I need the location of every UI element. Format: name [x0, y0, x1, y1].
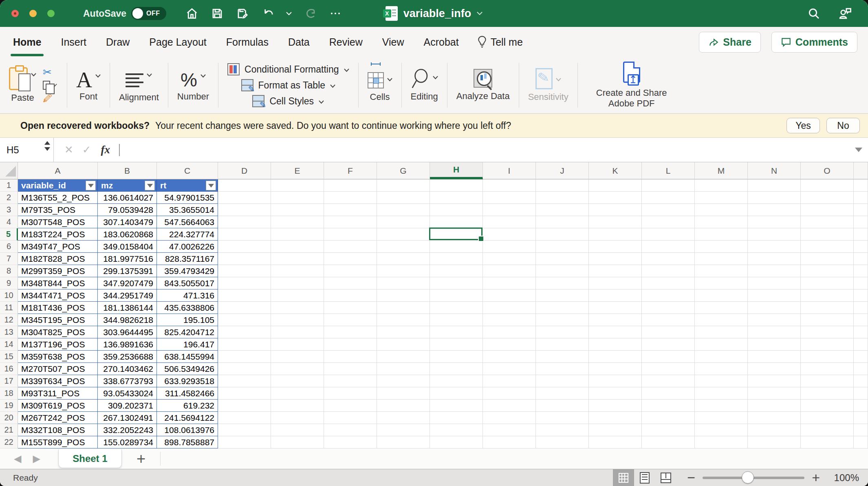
empty-cell[interactable]: [271, 412, 324, 424]
empty-cell[interactable]: [801, 216, 854, 228]
empty-cell[interactable]: [854, 424, 868, 436]
empty-cell[interactable]: [536, 400, 589, 412]
autosave-toggle[interactable]: OFF: [131, 7, 166, 20]
empty-cell[interactable]: [377, 436, 430, 448]
empty-cell[interactable]: [377, 351, 430, 363]
cell-A19[interactable]: M309T619_POS: [18, 400, 98, 412]
tab-review[interactable]: Review: [328, 33, 364, 51]
empty-cell[interactable]: [589, 436, 642, 448]
empty-cell[interactable]: [589, 277, 642, 289]
empty-cell[interactable]: [218, 241, 271, 253]
empty-cell[interactable]: [748, 228, 801, 241]
empty-cell[interactable]: [695, 314, 748, 326]
empty-cell[interactable]: [536, 241, 589, 253]
format-painter-button[interactable]: 🖉: [43, 93, 53, 103]
empty-cell[interactable]: [642, 338, 695, 351]
cell-A13[interactable]: M304T825_POS: [18, 326, 98, 338]
empty-cell[interactable]: [748, 351, 801, 363]
formula-bar-expand-icon[interactable]: [855, 148, 862, 152]
empty-cell[interactable]: [483, 400, 536, 412]
column-header-A[interactable]: A: [18, 162, 98, 179]
empty-cell[interactable]: [748, 289, 801, 302]
empty-cell[interactable]: [695, 375, 748, 387]
empty-cell[interactable]: [324, 436, 377, 448]
empty-cell[interactable]: [695, 289, 748, 302]
empty-cell[interactable]: [748, 338, 801, 351]
empty-cell[interactable]: [271, 351, 324, 363]
empty-cell[interactable]: [430, 387, 483, 400]
empty-cell[interactable]: [854, 192, 868, 204]
tab-data[interactable]: Data: [287, 33, 311, 51]
empty-cell[interactable]: [748, 179, 801, 192]
row-header-21[interactable]: 21: [0, 424, 18, 436]
empty-cell[interactable]: [748, 375, 801, 387]
cell-C4[interactable]: 547.5664063: [157, 216, 218, 228]
empty-cell[interactable]: [324, 253, 377, 265]
empty-cell[interactable]: [377, 253, 430, 265]
zoom-out-button[interactable]: −: [687, 470, 695, 486]
page-layout-view-button[interactable]: [634, 469, 655, 486]
empty-cell[interactable]: [483, 265, 536, 277]
empty-cell[interactable]: [695, 277, 748, 289]
empty-cell[interactable]: [854, 338, 868, 351]
empty-cell[interactable]: [218, 204, 271, 216]
insert-function-icon[interactable]: fx: [101, 144, 110, 156]
empty-cell[interactable]: [271, 436, 324, 448]
empty-cell[interactable]: [377, 192, 430, 204]
empty-cell[interactable]: [430, 179, 483, 192]
empty-cell[interactable]: [271, 375, 324, 387]
empty-cell[interactable]: [589, 228, 642, 241]
empty-cell[interactable]: [695, 179, 748, 192]
empty-cell[interactable]: [483, 204, 536, 216]
empty-cell[interactable]: [801, 412, 854, 424]
empty-cell[interactable]: [748, 314, 801, 326]
empty-cell[interactable]: [483, 302, 536, 314]
title-dropdown-chevron-icon[interactable]: [477, 11, 482, 15]
column-header-F[interactable]: F: [324, 162, 377, 179]
empty-cell[interactable]: [589, 289, 642, 302]
empty-cell[interactable]: [748, 400, 801, 412]
tab-formulas[interactable]: Formulas: [225, 33, 269, 51]
empty-cell[interactable]: [377, 265, 430, 277]
column-header-O[interactable]: O: [801, 162, 854, 179]
row-header-19[interactable]: 19: [0, 400, 18, 412]
row-header-15[interactable]: 15: [0, 351, 18, 363]
empty-cell[interactable]: [589, 375, 642, 387]
empty-cell[interactable]: [589, 387, 642, 400]
empty-cell[interactable]: [324, 424, 377, 436]
cell-A11[interactable]: M181T436_POS: [18, 302, 98, 314]
empty-cell[interactable]: [218, 228, 271, 241]
cell-C22[interactable]: 898.7858887: [157, 436, 218, 448]
cell-A17[interactable]: M339T634_POS: [18, 375, 98, 387]
empty-cell[interactable]: [695, 326, 748, 338]
empty-cell[interactable]: [642, 216, 695, 228]
empty-cell[interactable]: [483, 179, 536, 192]
column-header-N[interactable]: N: [748, 162, 801, 179]
tell-me-control[interactable]: Tell me: [478, 36, 523, 48]
empty-cell[interactable]: [377, 204, 430, 216]
empty-cell[interactable]: [695, 228, 748, 241]
tab-insert[interactable]: Insert: [60, 33, 87, 51]
column-header-E[interactable]: E: [271, 162, 324, 179]
empty-cell[interactable]: [218, 289, 271, 302]
cell-C3[interactable]: 35.3655014: [157, 204, 218, 216]
row-header-11[interactable]: 11: [0, 302, 18, 314]
empty-cell[interactable]: [218, 387, 271, 400]
column-header-G[interactable]: G: [377, 162, 430, 179]
row-header-3[interactable]: 3: [0, 204, 18, 216]
row-header-5[interactable]: 5: [0, 228, 18, 241]
empty-cell[interactable]: [324, 412, 377, 424]
empty-cell[interactable]: [854, 179, 868, 192]
empty-cell[interactable]: [430, 204, 483, 216]
tab-page-layout[interactable]: Page Layout: [148, 33, 207, 51]
empty-cell[interactable]: [430, 326, 483, 338]
row-header-22[interactable]: 22: [0, 436, 18, 448]
empty-cell[interactable]: [854, 363, 868, 375]
empty-cell[interactable]: [801, 192, 854, 204]
tab-acrobat[interactable]: Acrobat: [423, 33, 459, 51]
row-header-12[interactable]: 12: [0, 314, 18, 326]
empty-cell[interactable]: [748, 424, 801, 436]
empty-cell[interactable]: [854, 436, 868, 448]
column-header-L[interactable]: L: [642, 162, 695, 179]
filter-dropdown-icon[interactable]: [86, 181, 96, 190]
